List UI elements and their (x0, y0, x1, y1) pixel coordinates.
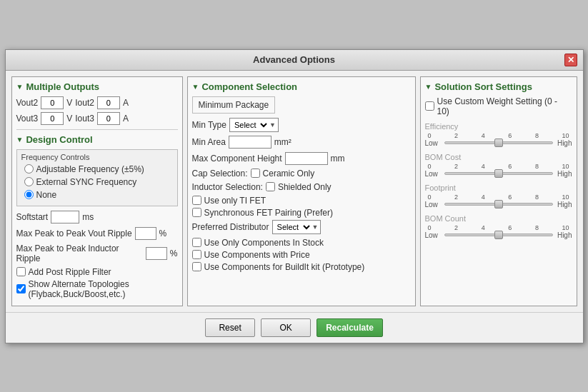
min-type-select[interactable]: Select (230, 119, 269, 131)
use-for-build-checkbox[interactable] (192, 262, 201, 271)
bom-count-thumb[interactable] (494, 231, 503, 239)
min-area-input[interactable] (229, 136, 271, 149)
cap-ceramic-checkbox[interactable] (251, 169, 260, 178)
frequency-radio-group: Adjustable Frequency (±5%) External SYNC… (21, 164, 173, 200)
add-post-ripple-checkbox[interactable] (16, 267, 26, 276)
use-only-stock-item: Use Only Components In Stock (192, 238, 411, 248)
dialog-title: Advanced Options (24, 54, 564, 65)
bom-cost-track (444, 172, 553, 175)
center-panel: ▼ Component Selection Minimum Package Mi… (187, 76, 416, 306)
iout2-input[interactable] (97, 96, 120, 109)
bom-count-track (444, 233, 553, 236)
design-control-header: ▼ Design Control (16, 134, 178, 145)
show-alternate-checkbox[interactable] (16, 284, 26, 293)
reset-button[interactable]: Reset (205, 318, 255, 337)
component-selection-header: ▼ Component Selection (192, 81, 411, 92)
footprint-scale: 0 2 4 6 8 10 (425, 194, 572, 201)
add-post-ripple-item: Add Post Ripple Filter (16, 267, 178, 277)
min-type-row: Min Type Select ▼ (192, 118, 411, 132)
solution-sort-header: ▼ Solution Sort Settings (425, 81, 572, 92)
volt-label-2: V (66, 114, 72, 124)
footprint-thumb[interactable] (494, 200, 503, 208)
inductor-ripple-input[interactable] (146, 247, 167, 260)
use-with-price-checkbox[interactable] (192, 250, 201, 259)
efficiency-track (444, 141, 553, 144)
preferred-dist-select[interactable]: Select (273, 221, 312, 233)
inductor-shielded-checkbox[interactable] (266, 182, 275, 191)
use-only-ti-checkbox[interactable] (192, 196, 201, 205)
radio-none: None (24, 190, 173, 200)
vout2-row: Vout2 V Iout2 A (16, 96, 178, 109)
inductor-ripple-row: Max Peak to Peak Inductor Ripple % (16, 243, 178, 263)
bom-cost-thumb[interactable] (494, 169, 503, 178)
left-panel: ▼ Multiple Outputs Vout2 V Iout2 A Vout3… (11, 76, 183, 306)
min-type-select-wrapper: Select ▼ (229, 118, 279, 132)
footprint-track (444, 203, 553, 206)
close-button[interactable]: ✕ (564, 54, 577, 66)
min-package-section: Minimum Package (192, 96, 276, 114)
use-custom-row: Use Custom Weight Setting (0 - 10) (425, 96, 572, 116)
bom-count-scale: 0 2 4 6 8 10 (425, 224, 572, 231)
use-only-ti-item: Use only TI FET (192, 196, 411, 206)
use-for-build-item: Use Components for BuildIt kit (Prototyp… (192, 262, 411, 272)
right-panel: ▼ Solution Sort Settings Use Custom Weig… (420, 76, 577, 306)
radio-external: External SYNC Frequency (24, 177, 173, 187)
sync-fet-checkbox[interactable] (192, 208, 201, 217)
use-with-price-item: Use Components with Price (192, 250, 411, 260)
triangle-icon-sort: ▼ (425, 83, 432, 91)
advanced-options-dialog: Advanced Options ✕ ▼ Multiple Outputs Vo… (5, 49, 584, 343)
min-area-row: Min Area mm² (192, 136, 411, 149)
triangle-icon-design: ▼ (16, 136, 24, 144)
dialog-footer: Reset OK Recalculate (6, 312, 583, 343)
bom-cost-slider-row: Low High (425, 170, 572, 178)
max-height-row: Max Component Height mm (192, 152, 411, 165)
use-only-stock-checkbox[interactable] (192, 238, 201, 247)
min-type-dropdown-icon: ▼ (269, 121, 278, 129)
sync-fet-item: Synchronous FET Pairing (Prefer) (192, 208, 411, 218)
softstart-row: Softstart ms (16, 211, 178, 223)
vout3-input[interactable] (41, 112, 64, 125)
inductor-selection-row: Inductor Selection: Shielded Only (192, 182, 411, 192)
dialog-body: ▼ Multiple Outputs Vout2 V Iout2 A Vout3… (6, 71, 583, 312)
softstart-input[interactable] (51, 211, 79, 223)
triangle-icon-comp: ▼ (192, 83, 199, 91)
efficiency-scale: 0 2 4 6 8 10 (425, 132, 572, 139)
vout-ripple-row: Max Peak to Peak Vout Ripple % (16, 227, 178, 240)
bom-count-slider-section: BOM Count 0 2 4 6 8 10 Low High (425, 214, 572, 239)
efficiency-thumb[interactable] (494, 139, 503, 147)
multiple-outputs-header: ▼ Multiple Outputs (16, 81, 178, 92)
preferred-dist-row: Preferred Distributor Select ▼ (192, 220, 411, 234)
bom-cost-scale: 0 2 4 6 8 10 (425, 163, 572, 170)
volt-label-1: V (66, 98, 72, 108)
use-custom-checkbox[interactable] (425, 101, 434, 111)
footprint-slider-row: Low High (425, 201, 572, 208)
vout3-row: Vout3 V Iout3 A (16, 112, 178, 125)
vout2-input[interactable] (41, 96, 64, 109)
ok-button[interactable]: OK (261, 318, 311, 337)
iout3-input[interactable] (97, 112, 120, 125)
bom-count-slider-row: Low High (425, 231, 572, 239)
triangle-icon-multiple: ▼ (16, 83, 24, 91)
efficiency-slider-row: Low High (425, 139, 572, 147)
efficiency-slider-section: Efficiency 0 2 4 6 8 10 Low High (425, 122, 572, 147)
frequency-controls-section: Frequency Controls Adjustable Frequency … (16, 149, 178, 206)
bom-cost-slider-section: BOM Cost 0 2 4 6 8 10 Low High (425, 153, 572, 178)
max-height-input[interactable] (285, 152, 328, 165)
vout-ripple-input[interactable] (135, 227, 156, 240)
preferred-dist-dropdown-icon: ▼ (312, 223, 321, 231)
cap-selection-row: Cap Selection: Ceramic Only (192, 169, 411, 179)
radio-external-input[interactable] (24, 177, 34, 186)
recalculate-button[interactable]: Recalculate (317, 318, 383, 337)
radio-adjustable: Adjustable Frequency (±5%) (24, 164, 173, 174)
footprint-slider-section: Footprint 0 2 4 6 8 10 Low High (425, 184, 572, 208)
radio-none-input[interactable] (24, 190, 34, 199)
radio-adjustable-input[interactable] (24, 164, 34, 174)
titlebar: Advanced Options ✕ (6, 50, 583, 71)
preferred-dist-select-wrapper: Select ▼ (272, 220, 322, 234)
show-alternate-item: Show Alternate Topologies(Flyback,Buck/B… (16, 279, 178, 299)
